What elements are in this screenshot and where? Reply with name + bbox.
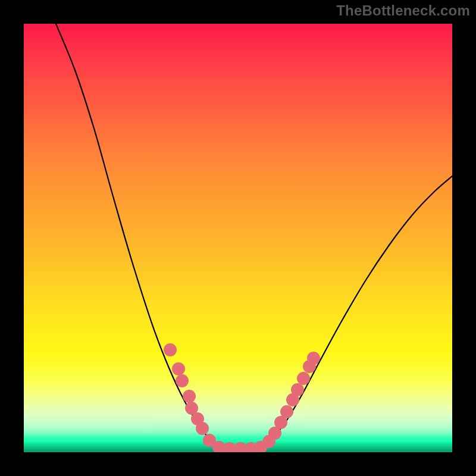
data-dot — [307, 352, 320, 365]
chart-canvas: TheBottleneck.com — [0, 0, 476, 476]
data-dot — [183, 390, 196, 403]
data-dot — [196, 422, 209, 435]
data-dot — [297, 372, 310, 385]
data-dot — [172, 362, 185, 375]
data-dots — [24, 24, 452, 452]
data-dot — [280, 405, 293, 418]
plot-area — [24, 24, 452, 452]
data-dot — [176, 374, 189, 387]
watermark-text: TheBottleneck.com — [336, 2, 470, 19]
data-dot — [164, 343, 177, 356]
data-dot — [291, 383, 304, 396]
